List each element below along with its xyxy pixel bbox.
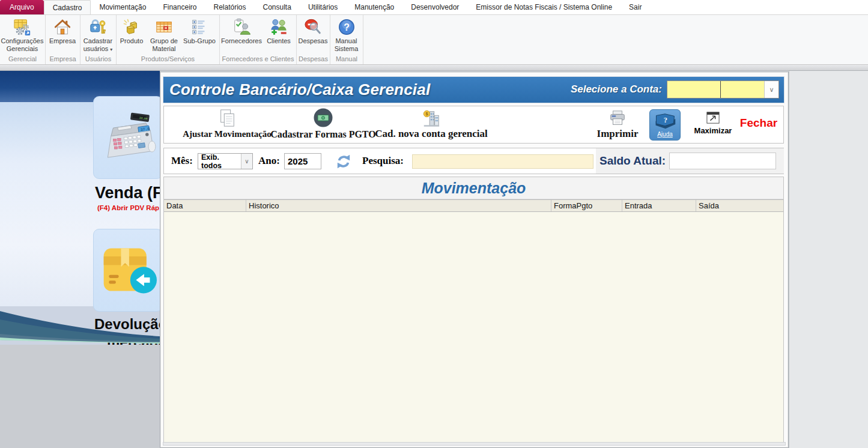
venda-card-button[interactable]: 33.00 37.0: [93, 96, 160, 179]
ribbon: Configurações Gerenciais Gerencial: [0, 14, 868, 65]
ribbon-group-usuarios: Cadastrar usuários ▾ Usuários: [80, 15, 117, 64]
ribbon-group-fornecedores-clientes: Fornecedores Clientes: [220, 15, 297, 64]
grupo-de-material-button[interactable]: Grupo de Material: [147, 17, 181, 53]
tab-manutencao[interactable]: Manutenção: [346, 0, 402, 14]
saldo-atual-label: Saldo Atual:: [599, 154, 666, 168]
mes-select-value: Exib. todos: [198, 153, 241, 170]
manual-sistema-button[interactable]: ? Manual Sistema: [330, 17, 362, 53]
tab-movimentacao[interactable]: Movimentação: [91, 0, 154, 14]
produto-button[interactable]: Produto: [117, 17, 147, 46]
maximizar-button[interactable]: Maximizar: [694, 111, 732, 135]
account-combobox-text[interactable]: [667, 81, 720, 98]
column-header-data[interactable]: Data: [164, 200, 246, 211]
ano-label: Ano:: [258, 155, 280, 167]
table-body-empty[interactable]: [164, 212, 783, 443]
account-picker-label: Selecione a Conta:: [571, 83, 662, 95]
workspace: 33.00 37.0: [0, 71, 868, 448]
ribbon-group-label: Produtos/Serviços: [117, 55, 219, 64]
cash-register-icon: 33.00 37.0: [98, 110, 158, 165]
ribbon-group-produtos-servicos: Produto Grupo de Material: [117, 15, 220, 64]
background-wave-decoration: [0, 276, 160, 347]
fornecedores-button[interactable]: Fornecedores: [220, 17, 263, 46]
ribbon-button-label: Manual Sistema: [332, 37, 360, 53]
banknote-circle-icon: [313, 107, 333, 128]
clipboard-person-icon: [232, 17, 251, 37]
account-combobox-text2[interactable]: [721, 81, 764, 98]
ajuda-button[interactable]: ? Ajuda: [649, 109, 681, 141]
toolbar-button-label: Cad. nova conta gerencial: [375, 128, 488, 140]
home-background: 33.00 37.0: [0, 71, 160, 448]
clientes-button[interactable]: Clientes: [263, 17, 294, 46]
tab-utilitarios[interactable]: Utilitários: [300, 0, 346, 14]
lock-key-icon: [88, 17, 108, 37]
mes-select[interactable]: Exib. todos ∨: [198, 153, 253, 169]
ribbon-button-label: Despesas: [299, 37, 328, 45]
dropdown-arrow-icon: ▾: [110, 47, 112, 52]
ribbon-button-label: Sub-Grupo: [183, 37, 216, 45]
tab-cadastro[interactable]: Cadastro: [44, 0, 91, 14]
gold-boxes-icon: [122, 17, 141, 37]
cadastrar-usuarios-button[interactable]: Cadastrar usuários ▾: [80, 17, 115, 54]
ribbon-group-label: Despesas: [297, 55, 330, 64]
table-title: Movimentação: [164, 177, 783, 199]
list-tree-icon: [190, 17, 209, 37]
tab-emissor-notas[interactable]: Emissor de Notas Fiscais / Sistema Onlin…: [467, 0, 621, 14]
despesas-button[interactable]: Despesas: [297, 17, 329, 46]
window-edge-strip: [0, 65, 868, 71]
ribbon-button-label: Empresa: [49, 37, 76, 45]
maximize-window-icon: [706, 111, 720, 124]
account-combobox[interactable]: ∨: [667, 80, 779, 98]
ribbon-button-label: Produto: [120, 37, 144, 45]
svg-text:?: ?: [664, 116, 667, 124]
printer-icon: [608, 109, 627, 127]
toolbar-button-label: Imprimir: [597, 128, 639, 140]
ribbon-group-despesas: Despesas Despesas: [297, 15, 330, 64]
controle-bancario-dialog: Controle Bancário/Caixa Gerencial Seleci…: [160, 71, 789, 448]
question-circle-icon: ?: [337, 17, 356, 37]
dialog-footer-strip: [163, 442, 786, 446]
venda-card-shortcut-label: (F4) Abrir PDV Ráp: [97, 204, 159, 211]
toolbar-button-label: Ajustar Movimentação: [183, 129, 272, 139]
ribbon-group-label: Fornecedores e Clientes: [220, 55, 296, 64]
filter-bar: Mês: Exib. todos ∨ Ano: Pesquisa:: [163, 148, 784, 174]
documents-icon: [217, 109, 237, 128]
empresa-button[interactable]: Empresa: [46, 17, 79, 46]
ribbon-button-label: Fornecedores: [221, 37, 262, 45]
fechar-button[interactable]: Fechar: [736, 117, 782, 130]
ribbon-group-label: Manual: [330, 55, 363, 64]
column-header-saida[interactable]: Saída: [696, 200, 783, 211]
column-header-historico[interactable]: Historico: [246, 200, 551, 211]
toolbar-button-label: Maximizar: [694, 126, 732, 135]
mes-label: Mês:: [171, 155, 193, 167]
people-icon: [269, 17, 288, 37]
chevron-down-icon[interactable]: ∨: [764, 81, 778, 98]
chevron-down-icon[interactable]: ∨: [241, 154, 252, 169]
column-header-formapgto[interactable]: FormaPgto: [551, 200, 622, 211]
ribbon-button-label: Grupo de Material: [148, 37, 180, 53]
ribbon-button-label: Clientes: [267, 37, 291, 45]
toolbar-button-label: Ajuda: [657, 131, 673, 138]
ribbon-group-manual: ? Manual Sistema Manual: [330, 15, 363, 64]
tab-consulta[interactable]: Consulta: [255, 0, 300, 14]
menu-arquivo[interactable]: Arquivo: [0, 0, 44, 14]
table-header-row: Data Historico FormaPgto Entrada Saída: [164, 199, 783, 212]
ribbon-group-label: Gerencial: [0, 55, 45, 64]
tab-relatorios[interactable]: Relatórios: [205, 0, 254, 14]
refresh-icon[interactable]: [336, 154, 351, 169]
column-header-entrada[interactable]: Entrada: [622, 200, 696, 211]
pesquisa-input[interactable]: [412, 154, 593, 169]
right-background-panel: [789, 71, 868, 448]
imprimir-button[interactable]: Imprimir: [587, 109, 648, 140]
saldo-panel: Saldo Atual:: [596, 148, 784, 174]
sub-grupo-button[interactable]: Sub-Grupo: [181, 17, 217, 46]
pesquisa-label: Pesquisa:: [362, 155, 404, 167]
application-window: Arquivo Cadastro Movimentação Financeiro…: [0, 0, 868, 448]
configuracoes-gerenciais-button[interactable]: Configurações Gerenciais: [0, 17, 44, 53]
tab-desenvolvedor[interactable]: Desenvolvedor: [402, 0, 467, 14]
saldo-atual-value: [669, 153, 776, 169]
ano-input[interactable]: [284, 153, 321, 169]
tab-financeiro[interactable]: Financeiro: [154, 0, 205, 14]
dialog-title: Controle Bancário/Caixa Gerencial: [169, 80, 430, 99]
cad-nova-conta-gerencial-button[interactable]: $ Cad. nova conta gerencial: [359, 109, 503, 140]
tab-sair[interactable]: Sair: [621, 0, 650, 14]
